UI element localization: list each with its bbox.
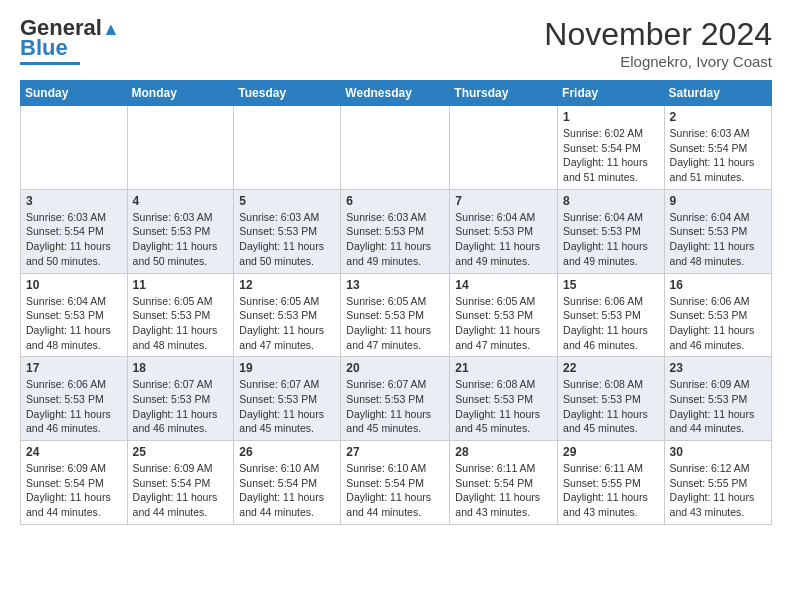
day-number: 25 xyxy=(133,445,229,459)
calendar-cell: 7Sunrise: 6:04 AM Sunset: 5:53 PM Daylig… xyxy=(450,189,558,273)
day-number: 16 xyxy=(670,278,766,292)
location: Elognekro, Ivory Coast xyxy=(544,53,772,70)
day-number: 21 xyxy=(455,361,552,375)
day-number: 10 xyxy=(26,278,122,292)
day-info: Sunrise: 6:06 AM Sunset: 5:53 PM Dayligh… xyxy=(26,377,122,436)
calendar-cell: 23Sunrise: 6:09 AM Sunset: 5:53 PM Dayli… xyxy=(664,357,771,441)
calendar-week-row: 17Sunrise: 6:06 AM Sunset: 5:53 PM Dayli… xyxy=(21,357,772,441)
weekday-header-monday: Monday xyxy=(127,81,234,106)
calendar-cell: 2Sunrise: 6:03 AM Sunset: 5:54 PM Daylig… xyxy=(664,106,771,190)
day-info: Sunrise: 6:03 AM Sunset: 5:54 PM Dayligh… xyxy=(670,126,766,185)
day-number: 15 xyxy=(563,278,659,292)
calendar-cell: 6Sunrise: 6:03 AM Sunset: 5:53 PM Daylig… xyxy=(341,189,450,273)
calendar-header-row: SundayMondayTuesdayWednesdayThursdayFrid… xyxy=(21,81,772,106)
calendar-cell: 10Sunrise: 6:04 AM Sunset: 5:53 PM Dayli… xyxy=(21,273,128,357)
calendar-cell: 27Sunrise: 6:10 AM Sunset: 5:54 PM Dayli… xyxy=(341,441,450,525)
calendar-cell: 1Sunrise: 6:02 AM Sunset: 5:54 PM Daylig… xyxy=(558,106,665,190)
day-number: 8 xyxy=(563,194,659,208)
calendar-cell: 9Sunrise: 6:04 AM Sunset: 5:53 PM Daylig… xyxy=(664,189,771,273)
calendar-week-row: 24Sunrise: 6:09 AM Sunset: 5:54 PM Dayli… xyxy=(21,441,772,525)
calendar-cell: 16Sunrise: 6:06 AM Sunset: 5:53 PM Dayli… xyxy=(664,273,771,357)
day-info: Sunrise: 6:10 AM Sunset: 5:54 PM Dayligh… xyxy=(239,461,335,520)
calendar-cell: 15Sunrise: 6:06 AM Sunset: 5:53 PM Dayli… xyxy=(558,273,665,357)
day-info: Sunrise: 6:03 AM Sunset: 5:53 PM Dayligh… xyxy=(346,210,444,269)
day-number: 9 xyxy=(670,194,766,208)
day-info: Sunrise: 6:05 AM Sunset: 5:53 PM Dayligh… xyxy=(346,294,444,353)
weekday-header-friday: Friday xyxy=(558,81,665,106)
day-info: Sunrise: 6:05 AM Sunset: 5:53 PM Dayligh… xyxy=(455,294,552,353)
day-number: 3 xyxy=(26,194,122,208)
day-number: 23 xyxy=(670,361,766,375)
day-info: Sunrise: 6:07 AM Sunset: 5:53 PM Dayligh… xyxy=(133,377,229,436)
day-info: Sunrise: 6:07 AM Sunset: 5:53 PM Dayligh… xyxy=(346,377,444,436)
calendar: SundayMondayTuesdayWednesdayThursdayFrid… xyxy=(20,80,772,525)
day-number: 5 xyxy=(239,194,335,208)
weekday-header-thursday: Thursday xyxy=(450,81,558,106)
calendar-cell: 8Sunrise: 6:04 AM Sunset: 5:53 PM Daylig… xyxy=(558,189,665,273)
day-info: Sunrise: 6:03 AM Sunset: 5:53 PM Dayligh… xyxy=(239,210,335,269)
calendar-cell: 21Sunrise: 6:08 AM Sunset: 5:53 PM Dayli… xyxy=(450,357,558,441)
day-number: 11 xyxy=(133,278,229,292)
header: General▲ Blue November 2024 Elognekro, I… xyxy=(20,16,772,70)
day-number: 28 xyxy=(455,445,552,459)
calendar-cell xyxy=(341,106,450,190)
day-number: 26 xyxy=(239,445,335,459)
calendar-cell: 14Sunrise: 6:05 AM Sunset: 5:53 PM Dayli… xyxy=(450,273,558,357)
day-info: Sunrise: 6:05 AM Sunset: 5:53 PM Dayligh… xyxy=(133,294,229,353)
day-number: 20 xyxy=(346,361,444,375)
day-info: Sunrise: 6:09 AM Sunset: 5:54 PM Dayligh… xyxy=(26,461,122,520)
logo: General▲ Blue xyxy=(20,16,120,65)
day-number: 30 xyxy=(670,445,766,459)
calendar-cell: 25Sunrise: 6:09 AM Sunset: 5:54 PM Dayli… xyxy=(127,441,234,525)
weekday-header-saturday: Saturday xyxy=(664,81,771,106)
calendar-cell: 29Sunrise: 6:11 AM Sunset: 5:55 PM Dayli… xyxy=(558,441,665,525)
weekday-header-wednesday: Wednesday xyxy=(341,81,450,106)
day-number: 2 xyxy=(670,110,766,124)
day-info: Sunrise: 6:03 AM Sunset: 5:53 PM Dayligh… xyxy=(133,210,229,269)
calendar-cell: 11Sunrise: 6:05 AM Sunset: 5:53 PM Dayli… xyxy=(127,273,234,357)
calendar-cell: 17Sunrise: 6:06 AM Sunset: 5:53 PM Dayli… xyxy=(21,357,128,441)
calendar-cell: 18Sunrise: 6:07 AM Sunset: 5:53 PM Dayli… xyxy=(127,357,234,441)
day-number: 13 xyxy=(346,278,444,292)
day-info: Sunrise: 6:08 AM Sunset: 5:53 PM Dayligh… xyxy=(455,377,552,436)
calendar-cell: 26Sunrise: 6:10 AM Sunset: 5:54 PM Dayli… xyxy=(234,441,341,525)
logo-underline xyxy=(20,62,80,65)
day-info: Sunrise: 6:11 AM Sunset: 5:55 PM Dayligh… xyxy=(563,461,659,520)
month-title: November 2024 xyxy=(544,16,772,53)
calendar-cell xyxy=(127,106,234,190)
calendar-cell xyxy=(21,106,128,190)
calendar-cell: 3Sunrise: 6:03 AM Sunset: 5:54 PM Daylig… xyxy=(21,189,128,273)
calendar-cell: 19Sunrise: 6:07 AM Sunset: 5:53 PM Dayli… xyxy=(234,357,341,441)
day-info: Sunrise: 6:06 AM Sunset: 5:53 PM Dayligh… xyxy=(563,294,659,353)
title-block: November 2024 Elognekro, Ivory Coast xyxy=(544,16,772,70)
day-info: Sunrise: 6:04 AM Sunset: 5:53 PM Dayligh… xyxy=(26,294,122,353)
calendar-cell: 28Sunrise: 6:11 AM Sunset: 5:54 PM Dayli… xyxy=(450,441,558,525)
day-info: Sunrise: 6:04 AM Sunset: 5:53 PM Dayligh… xyxy=(670,210,766,269)
calendar-cell: 4Sunrise: 6:03 AM Sunset: 5:53 PM Daylig… xyxy=(127,189,234,273)
day-info: Sunrise: 6:12 AM Sunset: 5:55 PM Dayligh… xyxy=(670,461,766,520)
day-number: 6 xyxy=(346,194,444,208)
day-number: 4 xyxy=(133,194,229,208)
calendar-cell: 13Sunrise: 6:05 AM Sunset: 5:53 PM Dayli… xyxy=(341,273,450,357)
day-number: 24 xyxy=(26,445,122,459)
calendar-cell: 12Sunrise: 6:05 AM Sunset: 5:53 PM Dayli… xyxy=(234,273,341,357)
day-number: 1 xyxy=(563,110,659,124)
day-number: 29 xyxy=(563,445,659,459)
calendar-week-row: 3Sunrise: 6:03 AM Sunset: 5:54 PM Daylig… xyxy=(21,189,772,273)
day-info: Sunrise: 6:06 AM Sunset: 5:53 PM Dayligh… xyxy=(670,294,766,353)
day-info: Sunrise: 6:05 AM Sunset: 5:53 PM Dayligh… xyxy=(239,294,335,353)
day-info: Sunrise: 6:04 AM Sunset: 5:53 PM Dayligh… xyxy=(455,210,552,269)
day-number: 17 xyxy=(26,361,122,375)
calendar-cell: 30Sunrise: 6:12 AM Sunset: 5:55 PM Dayli… xyxy=(664,441,771,525)
calendar-cell xyxy=(234,106,341,190)
calendar-cell xyxy=(450,106,558,190)
day-number: 14 xyxy=(455,278,552,292)
day-info: Sunrise: 6:09 AM Sunset: 5:53 PM Dayligh… xyxy=(670,377,766,436)
calendar-cell: 5Sunrise: 6:03 AM Sunset: 5:53 PM Daylig… xyxy=(234,189,341,273)
calendar-cell: 22Sunrise: 6:08 AM Sunset: 5:53 PM Dayli… xyxy=(558,357,665,441)
day-number: 22 xyxy=(563,361,659,375)
day-info: Sunrise: 6:10 AM Sunset: 5:54 PM Dayligh… xyxy=(346,461,444,520)
day-info: Sunrise: 6:11 AM Sunset: 5:54 PM Dayligh… xyxy=(455,461,552,520)
day-number: 19 xyxy=(239,361,335,375)
calendar-cell: 20Sunrise: 6:07 AM Sunset: 5:53 PM Dayli… xyxy=(341,357,450,441)
